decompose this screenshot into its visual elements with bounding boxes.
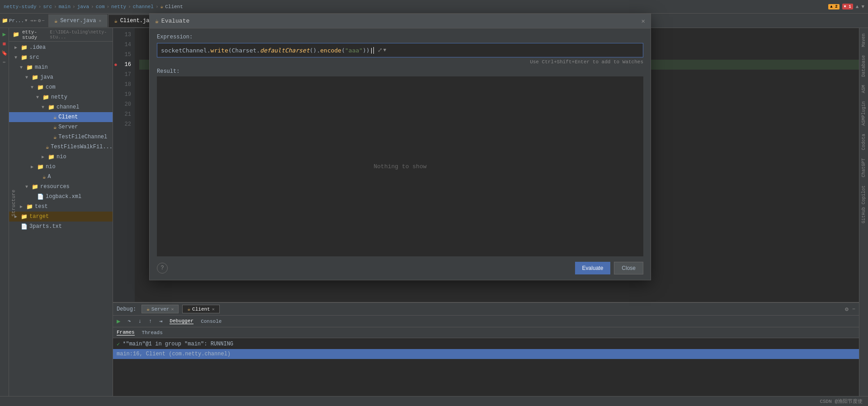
tool-btn3[interactable]: ⚙ — [38, 18, 41, 24]
tree-item-test[interactable]: ▶ 📁 test — [9, 202, 113, 212]
tree-item-target[interactable]: ▶ 📁 target — [9, 212, 113, 222]
debug-panel: Debug: ☕ Server ✕ ☕ Client ✕ ⚙ − — [113, 302, 859, 406]
debug-client-tab[interactable]: ☕ Client ✕ — [182, 305, 219, 313]
pencil-icon[interactable]: ✏ — [3, 59, 6, 65]
tree-item-channel[interactable]: ▼ 📁 channel — [9, 102, 113, 112]
gutter-21: 21 — [113, 109, 135, 119]
status-bar: CSDN @渔阳节度使 — [0, 396, 868, 406]
debug-server-tab[interactable]: ☕ Server ✕ — [142, 305, 179, 313]
debug-frame[interactable]: main:16, Client (com.netty.channel) — [113, 349, 859, 359]
breadcrumb-part[interactable]: java — [77, 4, 89, 9]
codota-tab[interactable]: Codota — [860, 130, 867, 154]
breadcrumb-part[interactable]: netty — [111, 4, 126, 9]
debug-subtab-console[interactable]: Console — [201, 319, 222, 324]
tool-btn2[interactable]: ⇤ — [34, 18, 37, 24]
step-over-icon[interactable]: ↷ — [127, 318, 131, 325]
debug-client-close[interactable]: ✕ — [212, 307, 215, 312]
project-path: E:\IDEA-tuling\netty-stu... — [50, 30, 109, 40]
tree-item-testfileswalk[interactable]: ☕ TestFilesWalkFil... — [9, 142, 113, 152]
bookmark-icon[interactable]: 🔖 — [1, 50, 8, 56]
evaluate-dialog: ☕ Evaluate ✕ Expression: socketChannel.w… — [149, 14, 651, 280]
tab-server-close[interactable]: ✕ — [99, 18, 101, 24]
breadcrumb-part: ☕ — [160, 4, 164, 9]
debug-subtab-debugger[interactable]: Debugger — [170, 318, 193, 324]
close-button[interactable]: Close — [614, 262, 643, 274]
gutter-13: 13 — [113, 30, 135, 40]
breadcrumb-part[interactable]: netty-study — [4, 4, 37, 9]
expression-label: Expression: — [157, 34, 643, 40]
right-panel: Maven Database ASM ASMPlugin Codota Chat… — [859, 28, 868, 406]
nothing-to-show: Nothing to show — [373, 163, 426, 170]
expr-dropdown-icon[interactable]: ▼ — [383, 47, 387, 53]
tree-item-server[interactable]: ☕ Server — [9, 122, 113, 132]
tree-item-main[interactable]: ▼ 📁 main — [9, 62, 113, 72]
thread-label: *"main"@1 in group "main": RUNNING — [123, 341, 233, 347]
threads-tab[interactable]: Threads — [142, 330, 163, 335]
tool-btn4[interactable]: − — [42, 18, 45, 24]
dialog-close-button[interactable]: ✕ — [642, 17, 645, 25]
tab-server[interactable]: ☕ Server.java ✕ — [48, 14, 107, 27]
tree-item-java[interactable]: ▼ 📁 java — [9, 72, 113, 82]
toolbar-right: ▲ 2 ✖ 1 ▲ ▼ — [828, 4, 864, 9]
maven-tab[interactable]: Maven — [860, 30, 867, 51]
up-arrow-btn[interactable]: ▲ — [856, 4, 859, 9]
project-label[interactable]: Pr... — [9, 18, 24, 24]
debug-server-close[interactable]: ✕ — [171, 307, 174, 312]
breadcrumb-part[interactable]: channel — [133, 4, 154, 9]
gutter-20: 20 — [113, 99, 135, 109]
tree-item-a[interactable]: ☕ A — [9, 172, 113, 182]
dialog-title: ☕ Evaluate — [155, 18, 189, 25]
tree-item-3parts[interactable]: 📄 3parts.txt — [9, 222, 113, 231]
breadcrumb-part[interactable]: com — [96, 4, 105, 9]
tree-item-testfilechannel[interactable]: ☕ TestFileChannel — [9, 132, 113, 142]
frame-label: main:16, Client (com.netty.channel) — [117, 351, 231, 357]
server-file-icon: ☕ — [54, 18, 57, 24]
debug-stop-icon[interactable]: ■ — [3, 41, 6, 47]
database-tab[interactable]: Database — [860, 52, 867, 80]
tree-item-netty[interactable]: ▼ 📁 netty — [9, 92, 113, 102]
github-copilot-tab[interactable]: GitHub Copilot — [860, 182, 867, 227]
breadcrumb-part[interactable]: src — [43, 4, 52, 9]
warning-badge: ▲ 2 — [828, 4, 839, 9]
project-name: etty-study — [22, 29, 46, 40]
asmplugin-tab[interactable]: ASMPlugin — [860, 98, 867, 129]
help-button[interactable]: ? — [157, 263, 168, 274]
result-label: Result: — [157, 68, 643, 75]
breadcrumb-current: Client — [165, 4, 183, 9]
expr-expand-icon[interactable]: ⤢ — [377, 47, 382, 54]
tree-item-resources[interactable]: ▼ 📁 resources — [9, 182, 113, 192]
expression-input-area[interactable]: socketChannel.write(Charset.defaultChars… — [157, 43, 643, 57]
debug-toolbar-right: ⚙ − — [845, 306, 855, 313]
tool-btn[interactable]: ⇥ — [30, 18, 33, 24]
debug-label: Debug: — [117, 306, 136, 312]
gutter-22: 22 — [113, 119, 135, 129]
tree-item-client[interactable]: ☕ Client — [9, 112, 113, 122]
tree-item-src[interactable]: ▼ 📁 src — [9, 52, 113, 62]
gutter-17: 17 — [113, 70, 135, 80]
run-to-cursor-icon[interactable]: ⇥ — [159, 318, 162, 325]
dropdown-icon[interactable]: ▼ — [25, 19, 27, 23]
step-out-icon[interactable]: ↑ — [149, 318, 152, 325]
tree-item-logback[interactable]: 📄 logback.xml — [9, 192, 113, 202]
tree-item-idea[interactable]: ▶ 📁 .idea — [9, 42, 113, 52]
evaluate-button[interactable]: Evaluate — [575, 262, 611, 274]
debug-minimize-icon[interactable]: − — [852, 306, 855, 312]
resume-icon[interactable]: ▶ — [117, 317, 120, 325]
dialog-body: Expression: socketChannel.write(Charset.… — [150, 28, 651, 280]
structure-tab[interactable]: Structure — [11, 189, 16, 216]
breadcrumb-part[interactable]: main — [59, 4, 71, 9]
down-arrow-btn[interactable]: ▼ — [861, 4, 864, 9]
gutter-14: 14 — [113, 40, 135, 50]
tree-item-com[interactable]: ▼ 📁 com — [9, 82, 113, 92]
debug-content: ✓ *"main"@1 in group "main": RUNNING mai… — [113, 338, 859, 360]
debug-settings-icon[interactable]: ⚙ — [845, 306, 849, 313]
chatgpt-tab[interactable]: ChatGPT — [860, 155, 867, 181]
run-icon[interactable]: ▶ — [3, 31, 6, 38]
left-icon-strip: ▶ ■ 🔖 ✏ — [0, 28, 9, 406]
tree-item-nio1[interactable]: ▶ 📁 nio — [9, 152, 113, 162]
asm-tab[interactable]: ASM — [860, 81, 867, 97]
client-file-icon: ☕ — [114, 18, 117, 24]
tree-item-nio2[interactable]: ▶ 📁 nio — [9, 162, 113, 172]
frames-tab[interactable]: Frames — [117, 330, 135, 335]
step-into-icon[interactable]: ↓ — [138, 318, 142, 325]
